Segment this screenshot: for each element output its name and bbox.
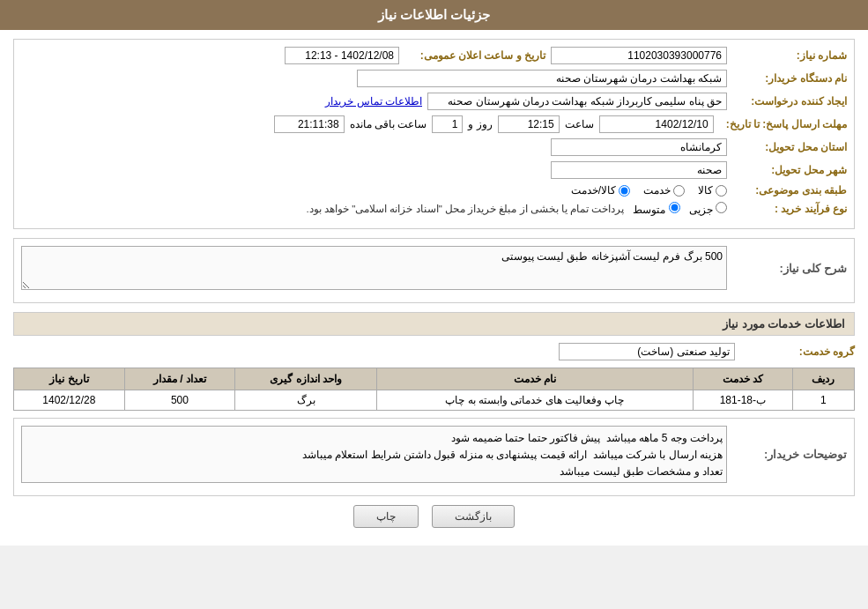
buttons-row: بازگشت چاپ — [13, 505, 855, 528]
cell-quantity: 500 — [124, 390, 235, 411]
th-service-name: نام خدمت — [377, 368, 694, 390]
need-description-section: شرح کلی نیاز: 500 برگ فرم لیست آشپزخانه … — [13, 238, 855, 303]
th-need-date: تاریخ نیاز — [14, 368, 125, 390]
need-description-textarea[interactable]: 500 برگ فرم لیست آشپزخانه طبق لیست پیوست… — [21, 246, 727, 290]
city-input — [551, 161, 727, 179]
creator-label: ایجاد کننده درخواست: — [732, 95, 847, 108]
row-buyer-notes: توضیحات خریدار: پرداخت وجه 5 ماهه میباشد… — [21, 426, 847, 483]
radio-kala-label: کالا — [698, 184, 713, 197]
buyer-notes-section: توضیحات خریدار: پرداخت وجه 5 ماهه میباشد… — [13, 418, 855, 496]
deadline-date-input — [599, 115, 714, 133]
creator-input — [427, 93, 727, 110]
th-unit: واحد اندازه گیری — [235, 368, 377, 390]
row-need-number-date: شماره نیاز: تاریخ و ساعت اعلان عمومی: — [21, 47, 847, 64]
days-input — [432, 115, 463, 133]
buyer-org-input — [357, 70, 727, 87]
need-number-input[interactable] — [551, 47, 727, 64]
process-radio-group: جزیی متوسط پرداخت تمام یا بخشی از مبلغ خ… — [307, 202, 727, 216]
cell-service-code: ب-18-181 — [693, 390, 792, 411]
buyer-notes-label: توضیحات خریدار: — [732, 448, 847, 461]
radio-jozi-input[interactable] — [716, 202, 727, 213]
category-label: طبقه بندی موضوعی: — [732, 184, 847, 197]
process-label: نوع فرآیند خرید : — [732, 203, 847, 215]
radio-kala[interactable]: کالا — [698, 184, 727, 197]
cell-row-num: 1 — [792, 390, 854, 411]
radio-khadamat-label: خدمت — [643, 184, 671, 197]
deadline-time-label: ساعت — [565, 118, 594, 130]
cell-service-name: چاپ وفعالیت های خدماتی وابسته به چاپ — [377, 390, 694, 411]
radio-khadamat-input[interactable] — [673, 185, 685, 197]
city-label: شهر محل تحویل: — [732, 164, 847, 176]
services-table: ردیف کد خدمت نام خدمت واحد اندازه گیری ت… — [13, 368, 855, 411]
need-description-label: شرح کلی نیاز: — [732, 262, 847, 275]
cell-need-date: 1402/12/28 — [14, 390, 125, 411]
province-label: استان محل تحویل: — [732, 141, 847, 153]
need-number-label: شماره نیاز: — [732, 49, 847, 62]
radio-motevaset[interactable]: متوسط — [633, 202, 679, 216]
radio-kala-khadamat-label: کالا/خدمت — [571, 184, 616, 197]
row-creator: ایجاد کننده درخواست: اطلاعات تماس خریدار — [21, 93, 847, 110]
page-wrapper: جزئیات اطلاعات نیاز شماره نیاز: تاریخ و … — [0, 0, 868, 546]
row-province: استان محل تحویل: — [21, 138, 847, 156]
category-radio-group: کالا خدمت کالا/خدمت — [571, 184, 727, 197]
main-info-section: شماره نیاز: تاریخ و ساعت اعلان عمومی: نا… — [13, 39, 855, 229]
radio-kala-input[interactable] — [716, 185, 727, 197]
table-header-row: ردیف کد خدمت نام خدمت واحد اندازه گیری ت… — [14, 368, 855, 390]
row-process: نوع فرآیند خرید : جزیی متوسط پرداخت تمام… — [21, 202, 847, 216]
print-button[interactable]: چاپ — [353, 505, 419, 528]
main-content: شماره نیاز: تاریخ و ساعت اعلان عمومی: نا… — [0, 30, 868, 546]
radio-motevaset-input[interactable] — [669, 202, 680, 213]
page-header: جزئیات اطلاعات نیاز — [0, 0, 868, 30]
th-service-code: کد خدمت — [693, 368, 792, 390]
services-section-title: اطلاعات خدمات مورد نیاز — [13, 312, 855, 336]
page-title: جزئیات اطلاعات نیاز — [378, 7, 490, 22]
cell-unit: برگ — [235, 390, 377, 411]
radio-jozi[interactable]: جزیی — [689, 202, 727, 216]
table-row: 1 ب-18-181 چاپ وفعالیت های خدماتی وابسته… — [14, 390, 855, 411]
row-category: طبقه بندی موضوعی: کالا خدمت کالا/خدمت — [21, 184, 847, 197]
contact-link[interactable]: اطلاعات تماس خریدار — [325, 95, 422, 108]
buyer-org-label: نام دستگاه خریدار: — [732, 72, 847, 85]
row-service-group: گروه خدمت: — [13, 343, 855, 360]
row-deadline: مهلت ارسال پاسخ: تا تاریخ: ساعت روز و سا… — [21, 115, 847, 133]
service-group-input — [559, 343, 735, 360]
deadline-label: مهلت ارسال پاسخ: تا تاریخ: — [719, 118, 847, 130]
buyer-notes-textarea[interactable]: پرداخت وجه 5 ماهه میباشد پیش فاکتور حتما… — [21, 426, 727, 483]
remaining-time-input — [274, 115, 345, 133]
radio-motevaset-label: متوسط — [633, 204, 665, 216]
th-quantity: تعداد / مقدار — [124, 368, 235, 390]
radio-kala-khadamat[interactable]: کالا/خدمت — [571, 184, 630, 197]
process-note: پرداخت تمام یا بخشی از مبلغ خریداز محل "… — [307, 203, 625, 215]
days-label: روز و — [468, 118, 492, 130]
radio-kala-khadamat-input[interactable] — [619, 185, 630, 197]
th-row-num: ردیف — [792, 368, 854, 390]
date-label: تاریخ و ساعت اعلان عمومی: — [404, 49, 545, 62]
date-input — [285, 47, 399, 64]
row-city: شهر محل تحویل: — [21, 161, 847, 179]
radio-jozi-label: جزیی — [689, 204, 713, 216]
remaining-label: ساعت باقی مانده — [350, 118, 427, 130]
row-need-description: شرح کلی نیاز: 500 برگ فرم لیست آشپزخانه … — [21, 246, 847, 290]
service-group-label: گروه خدمت: — [740, 345, 855, 358]
deadline-time-input — [498, 115, 560, 133]
back-button[interactable]: بازگشت — [432, 505, 515, 528]
province-input — [551, 138, 727, 156]
radio-khadamat[interactable]: خدمت — [643, 184, 685, 197]
row-buyer-org: نام دستگاه خریدار: — [21, 70, 847, 87]
